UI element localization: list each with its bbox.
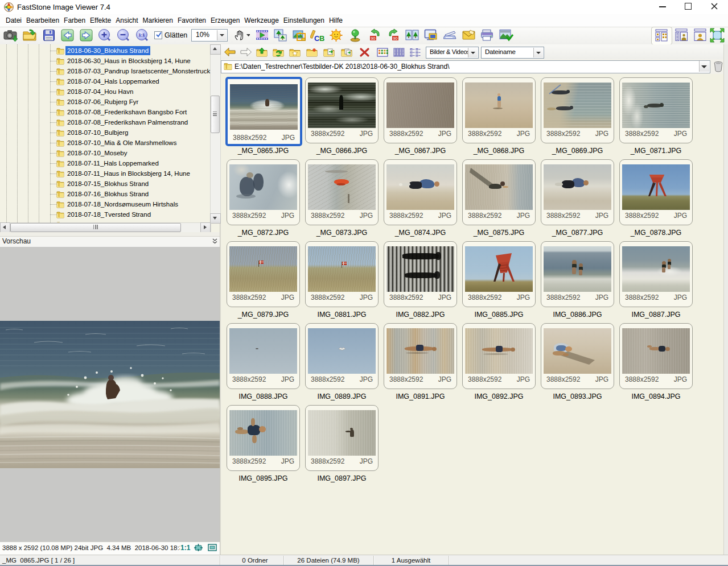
svg-text:90: 90: [371, 36, 376, 40]
svg-text:B: B: [319, 34, 324, 42]
svg-text:1:1: 1:1: [139, 32, 145, 38]
svg-text:90: 90: [393, 36, 398, 40]
